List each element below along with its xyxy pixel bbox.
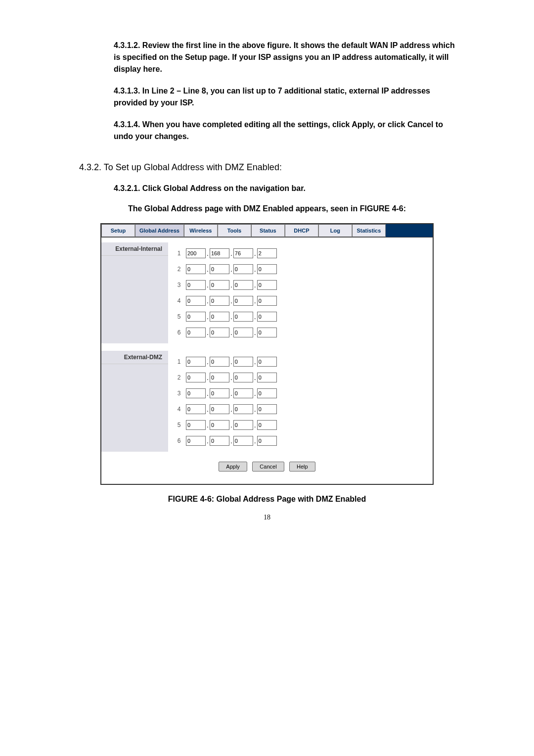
row-number: 1 (173, 358, 185, 365)
dmz-ip-octet-input[interactable] (210, 404, 229, 414)
internal-ip-octet-input[interactable] (233, 248, 253, 258)
dmz-ip-octet-input[interactable] (210, 373, 229, 382)
internal-ip-row: 5... (173, 312, 433, 322)
content-area: External-Internal 1...2...3...4...5...6.… (101, 237, 433, 484)
dmz-ip-octet-input[interactable] (257, 420, 277, 430)
ip-dot: . (207, 374, 209, 381)
ip-dot: . (230, 249, 232, 257)
dmz-ip-octet-input[interactable] (233, 357, 253, 367)
ip-dot: . (230, 405, 232, 413)
row-number: 2 (173, 374, 185, 381)
row-number: 6 (173, 329, 185, 336)
tab-status[interactable]: Status (251, 224, 285, 237)
internal-ip-octet-input[interactable] (233, 296, 253, 306)
dmz-ip-octet-input[interactable] (186, 373, 206, 382)
internal-ip-octet-input[interactable] (233, 328, 253, 337)
internal-ip-octet-input[interactable] (186, 296, 206, 306)
internal-ip-octet-input[interactable] (257, 280, 277, 290)
internal-ip-octet-input[interactable] (233, 264, 253, 274)
dmz-ip-octet-input[interactable] (186, 404, 206, 414)
cancel-button[interactable]: Cancel (252, 462, 284, 472)
internal-ip-row: 6... (173, 328, 433, 337)
ip-dot: . (230, 297, 232, 305)
internal-ip-octet-input[interactable] (186, 264, 206, 274)
paragraph-4-3-1-2: 4.3.1.2. Review the first line in the ab… (79, 40, 455, 75)
tab-global-address[interactable]: Global Address (135, 224, 184, 237)
ip-dot: . (254, 329, 256, 336)
internal-ip-octet-input[interactable] (210, 248, 229, 258)
dmz-ip-octet-input[interactable] (186, 357, 206, 367)
ip-dot: . (207, 329, 209, 336)
dmz-ip-octet-input[interactable] (210, 357, 229, 367)
dmz-ip-row: 5... (173, 420, 433, 430)
apply-button[interactable]: Apply (219, 462, 247, 472)
ip-dot: . (207, 389, 209, 397)
ip-dot: . (207, 421, 209, 429)
internal-ip-octet-input[interactable] (210, 264, 229, 274)
ip-dot: . (254, 281, 256, 289)
tab-dhcp[interactable]: DHCP (285, 224, 318, 237)
ip-dot: . (254, 437, 256, 445)
ip-dot: . (230, 313, 232, 321)
internal-ip-octet-input[interactable] (210, 296, 229, 306)
dmz-ip-octet-input[interactable] (233, 373, 253, 382)
internal-ip-octet-input[interactable] (257, 312, 277, 322)
internal-ip-row: 1... (173, 248, 433, 258)
ip-dot: . (254, 297, 256, 305)
internal-ip-octet-input[interactable] (186, 328, 206, 337)
tab-statistics[interactable]: Statistics (352, 224, 386, 237)
dmz-ip-row: 4... (173, 404, 433, 414)
row-number: 3 (173, 390, 185, 397)
dmz-ip-octet-input[interactable] (257, 388, 277, 398)
ip-dot: . (207, 297, 209, 305)
internal-ip-octet-input[interactable] (210, 312, 229, 322)
dmz-ip-octet-input[interactable] (233, 388, 253, 398)
ip-dot: . (254, 421, 256, 429)
row-number: 2 (173, 266, 185, 273)
ip-dot: . (207, 437, 209, 445)
dmz-ip-octet-input[interactable] (186, 436, 206, 446)
internal-ip-octet-input[interactable] (257, 296, 277, 306)
dmz-ip-row: 1... (173, 357, 433, 367)
ip-dot: . (230, 421, 232, 429)
help-button[interactable]: Help (289, 462, 315, 472)
internal-ip-octet-input[interactable] (233, 280, 253, 290)
ip-dot: . (230, 389, 232, 397)
external-dmz-block: External-DMZ 1...2...3...4...5...6... (101, 351, 433, 452)
dmz-ip-octet-input[interactable] (210, 420, 229, 430)
tab-log[interactable]: Log (318, 224, 352, 237)
dmz-ip-octet-input[interactable] (186, 388, 206, 398)
external-internal-block: External-Internal 1...2...3...4...5...6.… (101, 242, 433, 343)
internal-ip-octet-input[interactable] (186, 248, 206, 258)
internal-ip-octet-input[interactable] (186, 312, 206, 322)
button-row: Apply Cancel Help (101, 452, 433, 479)
dmz-ip-octet-input[interactable] (257, 436, 277, 446)
internal-ip-octet-input[interactable] (257, 248, 277, 258)
ip-dot: . (254, 313, 256, 321)
dmz-ip-octet-input[interactable] (257, 373, 277, 382)
dmz-ip-octet-input[interactable] (210, 436, 229, 446)
dmz-ip-octet-input[interactable] (257, 404, 277, 414)
tab-wireless[interactable]: Wireless (184, 224, 218, 237)
internal-ip-octet-input[interactable] (210, 328, 229, 337)
ip-dot: . (254, 249, 256, 257)
dmz-ip-octet-input[interactable] (210, 388, 229, 398)
tab-setup[interactable]: Setup (101, 224, 135, 237)
ip-dot: . (230, 374, 232, 381)
dmz-ip-row: 6... (173, 436, 433, 446)
dmz-ip-octet-input[interactable] (233, 436, 253, 446)
internal-ip-octet-input[interactable] (257, 328, 277, 337)
internal-ip-octet-input[interactable] (186, 280, 206, 290)
internal-ip-octet-input[interactable] (233, 312, 253, 322)
dmz-ip-octet-input[interactable] (257, 357, 277, 367)
tab-tools[interactable]: Tools (218, 224, 251, 237)
row-number: 4 (173, 297, 185, 304)
paragraph-4-3-1-4: 4.3.1.4. When you have completed editing… (79, 119, 455, 142)
dmz-ip-octet-input[interactable] (233, 420, 253, 430)
dmz-ip-octet-input[interactable] (186, 420, 206, 430)
dmz-ip-octet-input[interactable] (233, 404, 253, 414)
ip-dot: . (254, 374, 256, 381)
internal-ip-octet-input[interactable] (257, 264, 277, 274)
internal-ip-row: 3... (173, 280, 433, 290)
internal-ip-octet-input[interactable] (210, 280, 229, 290)
